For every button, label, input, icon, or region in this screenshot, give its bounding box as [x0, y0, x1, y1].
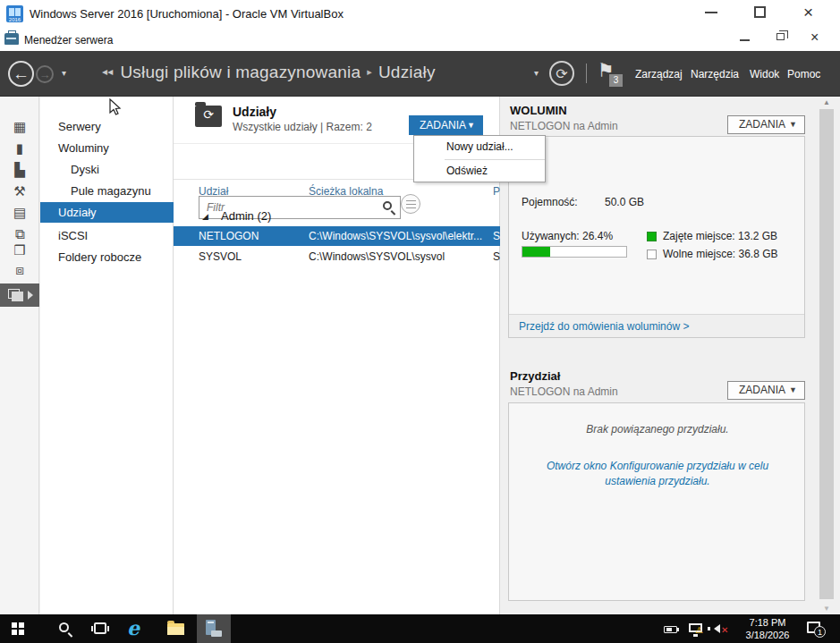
- battery-icon: [664, 626, 677, 633]
- speaker-icon: [714, 624, 720, 633]
- restore-icon[interactable]: [776, 33, 785, 40]
- chevron-down-icon: ▼: [789, 382, 797, 399]
- menu-item-nowy-udzial[interactable]: Nowy udział...: [414, 136, 545, 158]
- all-servers-icon[interactable]: ▙: [0, 162, 39, 178]
- breadcrumb-root[interactable]: Usługi plików i magazynowania: [120, 63, 361, 81]
- shares-tasks-button[interactable]: ZADANIA▼: [409, 115, 483, 135]
- folders-role-icon[interactable]: ⧈: [0, 262, 39, 278]
- scrollbar-down-icon[interactable]: ▼: [819, 605, 835, 613]
- clock-time: 7:18 PM: [735, 616, 800, 629]
- used-space-legend-swatch: [647, 232, 657, 241]
- sidebar-item-foldery-robocze[interactable]: Foldery robocze: [40, 247, 174, 267]
- quota-configure-link[interactable]: Otwórz okno Konfigurowanie przydziału w …: [532, 459, 783, 489]
- menu-pomoc[interactable]: Pomoc: [787, 68, 820, 80]
- maximize-icon[interactable]: [754, 6, 766, 18]
- refresh-icon[interactable]: ⟳: [549, 61, 574, 86]
- virtualbox-window-title: Windows Server 2016 [Uruchomiona] - Orac…: [30, 7, 344, 21]
- free-space-legend-label: Wolne miejsce: 36.8 GB: [663, 248, 778, 260]
- used-space-legend-label: Zajęte miejsce: 13.2 GB: [663, 230, 777, 242]
- virtualbox-titlebar: Windows Server 2016 [Uruchomiona] - Orac…: [0, 0, 840, 28]
- volume-overview-link[interactable]: Przejdź do omówienia woluminów >: [519, 320, 689, 333]
- chevron-down-icon: ▼: [789, 116, 797, 133]
- taskbar: e ⚠ ✕ 7:18 PM 3/18/2026 1: [0, 614, 840, 643]
- file-storage-services-rail-item[interactable]: [0, 283, 39, 307]
- notification-count-badge: 3: [609, 74, 623, 87]
- internet-explorer-button[interactable]: e: [118, 614, 154, 643]
- sidebar: Serwery Woluminy Dyski Pule magazynu Udz…: [40, 97, 174, 614]
- menu-widok[interactable]: Widok: [750, 68, 779, 80]
- windows-logo-icon: [12, 622, 24, 635]
- notifications-flag-icon[interactable]: ⚑ 3: [598, 60, 624, 89]
- menu-item-odswiez[interactable]: Odśwież: [414, 160, 545, 182]
- navbar-divider: [586, 63, 587, 83]
- sidebar-item-dyski[interactable]: Dyski: [40, 159, 174, 180]
- breadcrumb-collapse-icon[interactable]: ◂◂: [102, 65, 113, 78]
- screen: Windows Server 2016 [Uruchomiona] - Orac…: [0, 0, 840, 643]
- muted-x-icon: ✕: [721, 625, 728, 635]
- scrollbar-up-icon[interactable]: ▲: [819, 98, 835, 106]
- forward-icon[interactable]: →: [36, 65, 54, 83]
- volume-tasks-button[interactable]: ZADANIA▼: [727, 115, 805, 134]
- free-space-legend-swatch: [647, 250, 657, 259]
- storage-role-icon[interactable]: ▤: [0, 205, 39, 221]
- quota-panel-subtitle: NETLOGON na Admin: [510, 385, 618, 398]
- minimize-icon[interactable]: [740, 39, 750, 41]
- rail-expand-icon: [28, 291, 33, 300]
- sidebar-item-iscsi[interactable]: iSCSI: [40, 225, 174, 246]
- table-group-row[interactable]: ◢ Admin (2): [174, 207, 500, 226]
- vertical-scrollbar[interactable]: ▲ ▼: [819, 97, 835, 614]
- menu-narzedzia[interactable]: Narzędzia: [691, 68, 739, 80]
- table-row-netlogon[interactable]: NETLOGON C:\Windows\SYSVOL\sysvol\elektr…: [174, 226, 500, 246]
- navigation-bar: ← → ▾ ◂◂Usługi plików i magazynowania▸Ud…: [0, 51, 840, 97]
- role-servers-icon[interactable]: ⚒: [0, 183, 39, 199]
- monitor-role-icon[interactable]: ⧉: [0, 226, 39, 242]
- shares-folder-icon: [195, 106, 222, 127]
- column-header-sciezka-lokalna[interactable]: Ścieżka lokalna: [309, 185, 383, 198]
- internet-explorer-icon: e: [127, 616, 140, 639]
- menu-zarzadzaj[interactable]: Zarządzaj: [635, 68, 683, 80]
- used-space-progress-fill: [522, 247, 550, 257]
- action-center-badge: 1: [814, 626, 826, 638]
- dashboard-icon[interactable]: ▦: [0, 119, 39, 135]
- close-icon[interactable]: ×: [810, 30, 819, 46]
- server-manager-taskbar-button[interactable]: [197, 614, 231, 643]
- taskbar-clock[interactable]: 7:18 PM 3/18/2026: [735, 616, 800, 641]
- start-button[interactable]: [0, 614, 36, 643]
- shares-panel: Udziały Wszystkie udziały | Razem: 2 ZAD…: [174, 97, 500, 614]
- quota-tasks-button[interactable]: ZADANIA▼: [727, 381, 805, 400]
- history-chevron-down-icon[interactable]: ▾: [62, 68, 66, 78]
- left-icon-rail: ▦ ▮ ▙ ⚒ ▤ ⧉ ❒ ⧈: [0, 97, 39, 614]
- minimize-icon[interactable]: [705, 12, 717, 13]
- volume-details-box: Pojemność: 50.0 GB Używanych: 26.4% Zaję…: [508, 136, 805, 338]
- group-collapse-icon[interactable]: ◢: [202, 212, 208, 221]
- folder-icon: [167, 623, 184, 635]
- file-explorer-button[interactable]: [157, 614, 193, 643]
- close-icon[interactable]: ×: [803, 3, 813, 22]
- mouse-cursor: [109, 98, 122, 116]
- scrollbar-thumb[interactable]: [819, 109, 834, 599]
- saved-filters-icon[interactable]: [401, 194, 420, 214]
- server-manager-titlebar: Menedżer serwera: [0, 28, 840, 51]
- volume-panel-subtitle: NETLOGON na Admin: [510, 120, 618, 132]
- sidebar-item-woluminy[interactable]: Woluminy: [40, 138, 174, 158]
- refresh-chevron-down-icon[interactable]: ▾: [534, 68, 539, 78]
- back-icon[interactable]: ←: [8, 61, 34, 87]
- sidebar-item-udzialy[interactable]: Udziały: [40, 202, 174, 223]
- volume-panel-title: WOLUMIN: [510, 104, 567, 117]
- server-manager-icon: [206, 620, 216, 635]
- capacity-value: 50.0 GB: [605, 196, 644, 208]
- sidebar-item-serwery[interactable]: Serwery: [40, 116, 174, 137]
- quota-details-box: Brak powiązanego przydziału. Otwórz okno…: [508, 402, 805, 601]
- column-header-protokol[interactable]: P: [493, 185, 500, 198]
- taskbar-search-button[interactable]: [47, 614, 82, 643]
- details-region: WOLUMIN NETLOGON na Admin ZADANIA▼ Pojem…: [500, 97, 819, 614]
- column-header-udzial[interactable]: Udział: [199, 185, 228, 198]
- files-role-icon[interactable]: ❒: [0, 242, 39, 258]
- table-row-sysvol[interactable]: SYSVOL C:\Windows\SYSVOL\sysvol S: [174, 247, 500, 267]
- clock-date: 3/18/2026: [735, 629, 800, 641]
- sidebar-item-pule-magazynu[interactable]: Pule magazynu: [40, 181, 174, 201]
- local-server-icon[interactable]: ▮: [0, 140, 39, 157]
- task-view-button[interactable]: [82, 614, 118, 643]
- capacity-label: Pojemność:: [522, 196, 578, 208]
- used-space-progressbar: [522, 246, 627, 258]
